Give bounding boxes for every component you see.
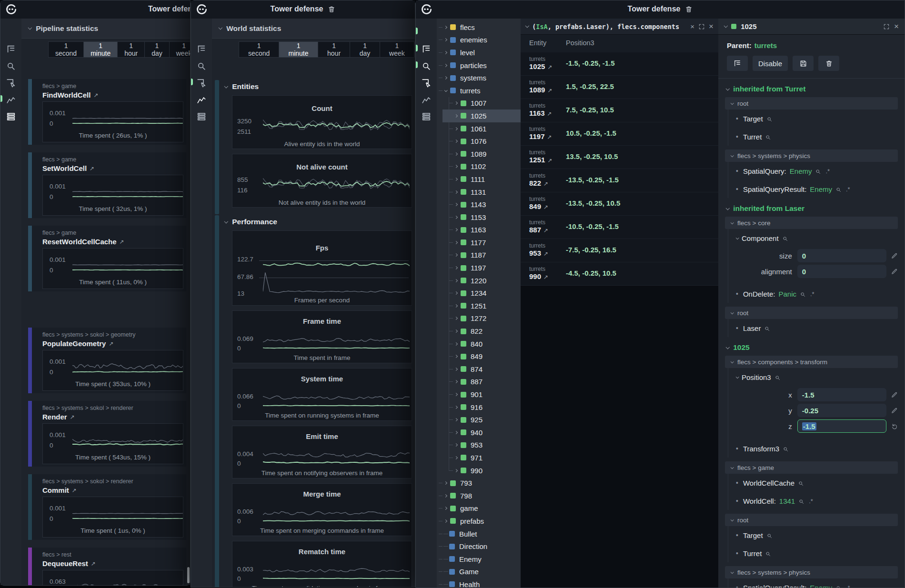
search-icon[interactable] <box>815 169 821 175</box>
expand-chevron-icon[interactable] <box>454 203 458 206</box>
search-icon[interactable] <box>421 61 432 71</box>
expand-chevron-icon[interactable] <box>454 114 458 118</box>
open-entity-arrow-icon[interactable]: ↗ <box>93 92 98 99</box>
expand-chevron-icon[interactable] <box>454 291 458 295</box>
card-title[interactable]: PopulateGeometry <box>42 339 106 348</box>
query-result-row[interactable]: turrets953↗-7.5, -0.25, 16.5 <box>521 239 718 262</box>
tree-item-game[interactable]: game <box>437 502 521 515</box>
expand-chevron-icon[interactable] <box>454 127 458 130</box>
entity-id[interactable]: 1163 <box>529 109 545 117</box>
pair-target-link[interactable]: Enemy <box>810 584 832 588</box>
search-icon[interactable] <box>798 498 804 505</box>
expand-chevron-icon[interactable] <box>454 329 458 333</box>
chart-icon[interactable] <box>6 95 16 105</box>
component-group-bar[interactable]: flecs > components > transform <box>725 356 898 368</box>
expand-chevron-icon[interactable] <box>444 507 447 510</box>
tree-item-enemies[interactable]: enemies <box>437 34 521 47</box>
open-entity-arrow-icon[interactable]: ↗ <box>120 239 124 245</box>
field-input-x[interactable]: -1.5 <box>797 388 886 401</box>
field-input-y[interactable]: -0.25 <box>797 404 886 417</box>
expand-chevron-icon[interactable] <box>454 241 458 244</box>
query-result-row[interactable]: turrets849↗-13.5, -0.25, 10.5 <box>521 192 718 216</box>
expand-chevron-icon[interactable] <box>454 456 458 459</box>
tab-1-week[interactable]: 1 week <box>380 42 414 57</box>
collapse-chevron-icon[interactable] <box>731 311 734 314</box>
tree-item-1076[interactable]: 1076 <box>437 135 521 148</box>
tree-item-1197[interactable]: 1197 <box>437 261 521 274</box>
collapse-chevron-icon[interactable] <box>725 345 730 349</box>
section-header[interactable]: Entities <box>212 79 415 94</box>
open-entity-arrow-icon[interactable]: ↗ <box>543 274 548 280</box>
entity-link[interactable]: 849↗ <box>529 202 548 210</box>
expand-chevron-icon[interactable] <box>444 481 447 485</box>
card-title[interactable]: Commit <box>42 486 69 494</box>
inspect-icon[interactable] <box>6 78 16 88</box>
component-group-bar[interactable]: root <box>725 97 898 110</box>
tree-item-916[interactable]: 916 <box>437 401 521 414</box>
stats-icon[interactable] <box>196 111 207 122</box>
expand-chevron-icon[interactable] <box>454 165 458 168</box>
query-result-row[interactable]: turrets887↗-10.5, -0.25, -1.5 <box>521 216 718 239</box>
tree-item-798[interactable]: 798 <box>437 489 521 502</box>
tree-item-Game[interactable]: Game <box>437 566 521 578</box>
collapse-chevron-icon[interactable] <box>731 360 734 363</box>
tree-item-849[interactable]: 849 <box>437 350 521 363</box>
search-icon[interactable] <box>800 291 806 298</box>
collapse-chevron-icon[interactable] <box>736 375 739 379</box>
open-entity-arrow-icon[interactable]: ↗ <box>547 64 552 70</box>
expand-chevron-icon[interactable] <box>454 418 458 421</box>
close-icon[interactable]: × <box>894 22 899 31</box>
trash-icon[interactable] <box>684 5 693 13</box>
field-value[interactable]: 0 <box>802 268 806 276</box>
component-group-bar[interactable]: flecs > core <box>725 217 898 229</box>
window-titlebar[interactable]: Tower defense <box>416 0 905 19</box>
component-group-bar[interactable]: flecs > game <box>725 461 898 474</box>
pair-target-link[interactable]: 1341 <box>779 497 795 505</box>
tree-item-1007[interactable]: 1007 <box>437 97 521 110</box>
expand-chevron-icon[interactable] <box>454 443 458 447</box>
field-value[interactable]: -0.25 <box>802 407 818 415</box>
trash-icon[interactable] <box>327 5 335 13</box>
open-entity-arrow-icon[interactable]: ↗ <box>90 165 94 172</box>
tree-item-901[interactable]: 901 <box>437 388 521 401</box>
inspector-section-header[interactable]: inherited from Turret <box>726 85 898 93</box>
field-value[interactable]: 0 <box>802 252 806 260</box>
clear-query-icon[interactable]: × <box>690 22 694 30</box>
collapse-chevron-icon[interactable] <box>525 24 529 28</box>
entity-id[interactable]: 953 <box>529 249 541 257</box>
tree-item-793[interactable]: 793 <box>437 477 521 489</box>
card-title[interactable]: Render <box>42 413 67 421</box>
pair-target-link[interactable]: Panic <box>778 290 796 298</box>
expand-chevron-icon[interactable] <box>454 355 458 358</box>
tab-1-week[interactable]: 1 week <box>170 42 190 57</box>
tree-item-1234[interactable]: 1234 <box>437 287 521 299</box>
collapse-chevron-icon[interactable] <box>731 518 734 521</box>
expand-chevron-icon[interactable] <box>454 101 458 105</box>
component-group-bar[interactable]: flecs > systems > physics <box>725 566 898 578</box>
disable-button[interactable]: Disable <box>753 56 788 71</box>
tree-item-1102[interactable]: 1102 <box>437 160 521 173</box>
tree-icon[interactable] <box>421 44 432 54</box>
search-icon[interactable] <box>766 116 773 122</box>
entity-id[interactable]: 1197 <box>529 132 545 140</box>
tree-item-Direction[interactable]: Direction <box>437 540 521 553</box>
entity-link[interactable]: 1025↗ <box>529 62 552 70</box>
entity-id[interactable]: 822 <box>529 179 541 187</box>
tree-item-flecs[interactable]: flecs <box>437 21 521 34</box>
tree-item-turrets[interactable]: turrets <box>437 84 521 97</box>
tree-item-822[interactable]: 822 <box>437 325 521 338</box>
tree-item-1251[interactable]: 1251 <box>437 299 521 312</box>
search-icon[interactable] <box>6 61 16 71</box>
tree-item-953[interactable]: 953 <box>437 439 521 452</box>
search-icon[interactable] <box>196 61 207 71</box>
tab-1-day[interactable]: 1 day <box>145 42 170 57</box>
entity-id[interactable]: 1025 <box>529 62 545 70</box>
card-title[interactable]: FindWorldCell <box>42 91 90 99</box>
tab-1-hour[interactable]: 1 hour <box>118 42 145 57</box>
tab-1-minute[interactable]: 1 minute <box>279 42 318 57</box>
collapse-chevron-icon[interactable] <box>731 101 734 105</box>
query-result-row[interactable]: turrets1251↗13.5, -0.25, 10.5 <box>521 146 718 169</box>
tree-item-1187[interactable]: 1187 <box>437 249 521 262</box>
open-entity-arrow-icon[interactable]: ↗ <box>547 134 552 140</box>
entity-link[interactable]: 1089↗ <box>529 86 552 94</box>
